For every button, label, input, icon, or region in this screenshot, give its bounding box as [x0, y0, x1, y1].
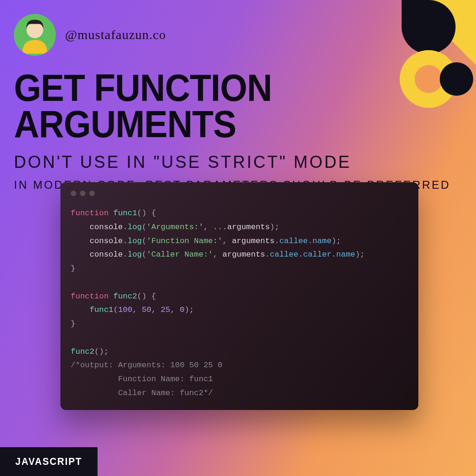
page-title: GET FUNCTION ARGUMENTS: [14, 70, 426, 142]
code-block: function func1() { console.log('Argument…: [71, 206, 408, 400]
subtitle: DON'T USE IN "USE STRICT" MODE: [14, 152, 462, 172]
title-block: GET FUNCTION ARGUMENTS DON'T USE IN "USE…: [14, 70, 462, 192]
window-dot: [71, 191, 76, 196]
language-tag: JAVASCRIPT: [0, 447, 98, 476]
window-dot: [80, 191, 86, 196]
window-dot: [89, 191, 95, 196]
svg-marker-0: [411, 0, 476, 65]
window-controls: [71, 191, 408, 196]
avatar: [14, 14, 56, 56]
author-handle: @mustafauzun.co: [65, 27, 166, 42]
code-window: function func1() { console.log('Argument…: [60, 182, 418, 410]
author-header: @mustafauzun.co: [14, 14, 166, 56]
